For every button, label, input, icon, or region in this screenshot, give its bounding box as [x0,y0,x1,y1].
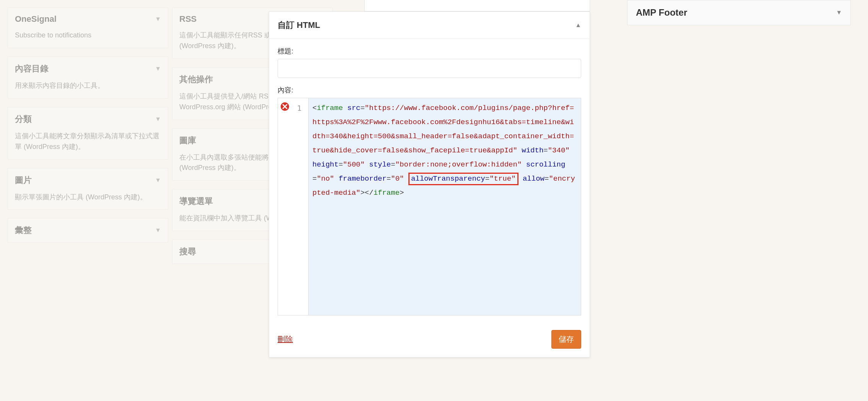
widget-desc: 顯示單張圖片的小工具 (WordPress 內建)。 [8,192,168,210]
html-code-editor[interactable]: 1 <iframe src="https://www.facebook.com/… [278,98,581,315]
widget-title: 分類 [15,113,32,125]
chevron-down-icon: ▼ [836,9,842,16]
chevron-up-icon[interactable]: ▲ [575,22,581,29]
delete-link[interactable]: 刪除 [278,334,293,344]
chevron-down-icon: ▼ [155,227,161,234]
content-field-label: 內容: [278,86,581,95]
widget-toc[interactable]: 內容目錄 ▼ 用來顯示內容目錄的小工具。 [8,57,168,99]
widget-title: 圖片 [15,175,32,186]
background-panel-fragment [364,0,590,11]
widget-title: 彙整 [15,225,32,236]
widget-desc: Subscribe to notifications [8,30,168,48]
widget-image[interactable]: 圖片 ▼ 顯示單張圖片的小工具 (WordPress 內建)。 [8,168,168,210]
widget-title: RSS [179,14,197,24]
widget-title: 圖庫 [179,135,196,146]
widget-categories[interactable]: 分類 ▼ 這個小工具能將文章分類顯示為清單或下拉式選單 (WordPress 內… [8,107,168,160]
sidebar-area-title: AMP Footer [636,7,687,18]
available-widgets-col1: OneSignal ▼ Subscribe to notifications 內… [8,8,168,251]
widget-onesignal[interactable]: OneSignal ▼ Subscribe to notifications [8,8,168,48]
widget-title: 其他操作 [179,74,213,85]
title-field-label: 標題: [278,47,581,56]
chevron-down-icon: ▼ [155,65,161,72]
code-content[interactable]: <iframe src="https://www.facebook.com/pl… [278,98,581,203]
error-icon [280,102,289,111]
custom-html-widget-editor: 自訂 HTML ▲ 標題: 內容: 1 <iframe src="https:/… [269,11,590,357]
save-button[interactable]: 儲存 [551,330,581,349]
widget-title: 內容目錄 [15,63,49,74]
chevron-down-icon: ▼ [155,116,161,123]
chevron-down-icon: ▼ [155,177,161,184]
code-gutter: 1 [278,98,309,315]
widget-desc: 這個小工具能將文章分類顯示為清單或下拉式選單 (WordPress 內建)。 [8,131,168,159]
widget-desc: 用來顯示內容目錄的小工具。 [8,81,168,98]
widget-title: OneSignal [15,14,57,24]
line-number: 1 [297,101,301,115]
widget-archives[interactable]: 彙整 ▼ [8,218,168,243]
editor-title: 自訂 HTML [278,19,320,31]
editor-header[interactable]: 自訂 HTML ▲ [269,12,590,39]
sidebar-area-column: AMP Footer ▼ [627,0,851,25]
highlighted-attribute: allowTransparency="true" [408,173,519,185]
widget-title: 搜尋 [179,246,196,257]
amp-footer-area[interactable]: AMP Footer ▼ [627,0,851,25]
title-input[interactable] [278,59,581,78]
widget-title: 導覽選單 [179,196,213,207]
chevron-down-icon: ▼ [155,16,161,23]
